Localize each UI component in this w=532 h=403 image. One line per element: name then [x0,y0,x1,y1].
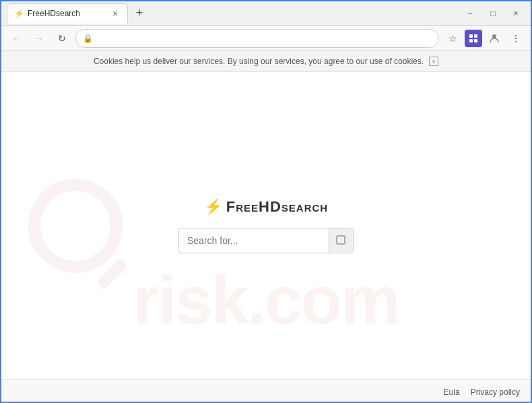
lock-icon: 🔒 [83,34,93,43]
svg-rect-1 [474,34,477,38]
menu-button[interactable]: ⋮ [506,29,525,48]
brand-name: FreeHDsearch [226,198,328,216]
cookie-close-button[interactable]: × [429,57,438,66]
bolt-icon: ⚡ [204,198,222,216]
search-button[interactable] [329,228,353,253]
maximize-button[interactable]: □ [484,7,502,20]
tab-close-button[interactable]: × [110,8,121,19]
cookie-banner: Cookies help us deliver our services. By… [1,51,531,72]
refresh-button[interactable]: ↻ [53,29,71,48]
new-tab-button[interactable]: + [131,5,148,22]
titlebar: ⚡ FreeHDsearch × + − □ × [1,1,531,26]
search-input[interactable] [179,235,329,246]
browser-toolbar: ← → ↻ 🔒 ☆ ⋮ [1,26,531,51]
address-bar[interactable]: 🔒 [75,29,439,48]
svg-rect-0 [469,34,473,38]
svg-point-4 [492,34,496,38]
cookie-text: Cookies help us deliver our services. By… [94,57,424,66]
extension-icon[interactable] [465,30,482,47]
search-card: ⚡ FreeHDsearch [152,178,380,274]
close-button[interactable]: × [506,7,525,20]
tab-bar: ⚡ FreeHDsearch × + [7,1,458,25]
toolbar-right: ☆ ⋮ [443,29,525,48]
page-content: risk.com ⚡ FreeHDsearch [1,72,531,379]
svg-rect-3 [474,39,477,42]
active-tab[interactable]: ⚡ FreeHDsearch × [7,3,128,24]
search-input-row[interactable] [178,228,354,253]
svg-rect-2 [469,39,473,42]
eula-link[interactable]: Eula [444,388,460,397]
back-button[interactable]: ← [7,29,26,48]
bookmark-button[interactable]: ☆ [443,29,462,48]
window-controls: − □ × [461,7,525,20]
minimize-button[interactable]: − [461,7,479,20]
forward-button[interactable]: → [30,29,48,48]
tab-favicon-icon: ⚡ [14,9,24,18]
svg-rect-5 [337,236,345,244]
profile-button[interactable] [485,29,504,48]
brand-logo: ⚡ FreeHDsearch [204,198,328,216]
tab-title: FreeHDsearch [28,9,80,18]
privacy-policy-link[interactable]: Privacy policy [471,388,520,397]
footer: Eula Privacy policy [1,379,531,403]
watermark-magnifier-icon [28,179,123,273]
